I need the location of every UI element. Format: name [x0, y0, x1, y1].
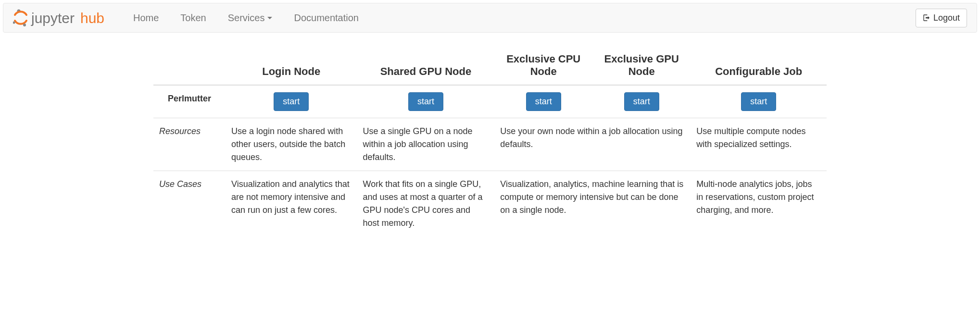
table-header-row: Login Node Shared GPU Node Exclusive CPU… [153, 47, 827, 85]
row-usecases: Use Cases Visualization and analytics th… [153, 171, 827, 237]
svg-point-1 [23, 24, 26, 26]
start-button-login[interactable]: start [274, 92, 309, 111]
header-exclusive-gpu: Exclusive GPU Node [592, 47, 691, 85]
header-configurable: Configurable Job [691, 47, 827, 85]
logout-button[interactable]: Logout [916, 9, 967, 27]
start-button-configurable[interactable]: start [741, 92, 776, 111]
main-container: Login Node Shared GPU Node Exclusive CPU… [149, 47, 831, 236]
row-perlmutter-label: Perlmutter [153, 85, 226, 118]
usecases-exclusive: Visualization, analytics, machine learni… [494, 171, 691, 237]
navbar: jupyter hub Home Token Services Document… [3, 3, 977, 33]
resources-configurable: Use multiple compute nodes with speciali… [691, 118, 827, 171]
nav-token[interactable]: Token [180, 12, 206, 24]
header-blank [153, 47, 226, 85]
server-options-table: Login Node Shared GPU Node Exclusive CPU… [153, 47, 827, 236]
nav-home[interactable]: Home [133, 12, 159, 24]
usecases-configurable: Multi-node analytics jobs, jobs in reser… [691, 171, 827, 237]
jupyterhub-logo-svg: jupyter hub [13, 8, 124, 27]
start-button-exclusive-cpu[interactable]: start [526, 92, 561, 111]
nav-links: Home Token Services Documentation [133, 12, 916, 24]
usecases-shared-gpu: Work that fits on a single GPU, and uses… [357, 171, 494, 237]
resources-shared-gpu: Use a single GPU on a node within a job … [357, 118, 494, 171]
resources-exclusive: Use your own node within a job allocatio… [494, 118, 691, 171]
chevron-down-icon [267, 17, 272, 19]
usecases-login: Visualization and analytics that are not… [226, 171, 357, 237]
row-resources-label: Resources [153, 118, 226, 171]
resources-login: Use a login node shared with other users… [226, 118, 357, 171]
nav-documentation[interactable]: Documentation [294, 12, 359, 24]
header-login-node: Login Node [226, 47, 357, 85]
logout-icon [923, 14, 930, 22]
nav-services-label: Services [228, 12, 265, 24]
logout-label: Logout [933, 13, 960, 23]
header-shared-gpu: Shared GPU Node [357, 47, 494, 85]
row-perlmutter: Perlmutter start start start start start [153, 85, 827, 118]
header-exclusive-cpu: Exclusive CPU Node [494, 47, 592, 85]
row-usecases-label: Use Cases [153, 171, 226, 237]
svg-text:jupyter: jupyter [31, 10, 75, 26]
start-button-shared-gpu[interactable]: start [408, 92, 443, 111]
start-button-exclusive-gpu[interactable]: start [624, 92, 659, 111]
jupyterhub-logo[interactable]: jupyter hub [13, 8, 124, 27]
svg-text:hub: hub [80, 10, 104, 26]
row-resources: Resources Use a login node shared with o… [153, 118, 827, 171]
nav-services-dropdown[interactable]: Services [228, 12, 273, 24]
